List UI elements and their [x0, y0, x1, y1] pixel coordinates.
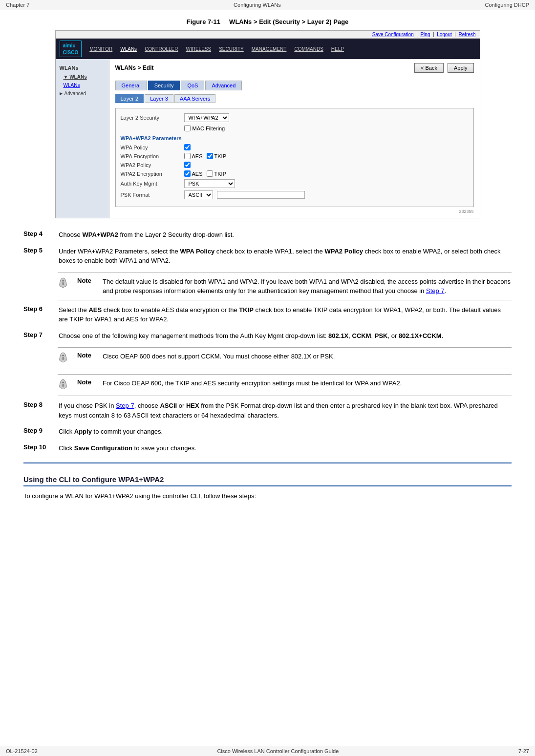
inner-tab-aaa[interactable]: AAA Servers — [174, 94, 215, 103]
tab-advanced[interactable]: Advanced — [205, 81, 242, 90]
svg-point-0 — [63, 280, 64, 281]
step-9-content: Click Apply to commit your changes. — [59, 427, 512, 437]
wpa-policy-row: WPA Policy — [121, 144, 469, 150]
note-1-content: The default value is disabled for both W… — [103, 277, 512, 296]
auth-key-mgmt-row: Auth Key Mgmt PSK 802.1X CCKM 802.1X+CCK… — [121, 179, 469, 188]
step-4-label: Step 4 — [23, 230, 53, 240]
step-7: Step 7 Choose one of the following key m… — [23, 331, 512, 341]
step-4-content: Choose WPA+WPA2 from the Layer 2 Securit… — [59, 230, 512, 240]
footer-center: Cisco Wireless LAN Controller Configurat… — [217, 748, 339, 754]
nav-management[interactable]: MANAGEMENT — [252, 46, 287, 52]
refresh-link[interactable]: Refresh — [458, 32, 475, 37]
step7-link-2[interactable]: Step 7 — [116, 402, 134, 409]
note-2-icon — [58, 352, 71, 365]
tab-security[interactable]: Security — [148, 81, 180, 90]
note-1-label: Note — [77, 277, 97, 296]
tab-qos[interactable]: QoS — [181, 81, 204, 90]
nav-security[interactable]: SECURITY — [219, 46, 244, 52]
svg-rect-5 — [63, 384, 64, 387]
wpa-enc-tkip-item: TKIP — [207, 153, 226, 159]
screenshot-container: Save Configuration | Ping | Logout | Ref… — [23, 30, 512, 218]
step-7-label: Step 7 — [23, 331, 53, 341]
wpa-encryption-row: WPA Encryption AES TKIP — [121, 153, 469, 159]
nav-wireless[interactable]: WIRELESS — [186, 46, 211, 52]
wpa-section-title: WPA+WPA2 Parameters — [121, 135, 469, 141]
auth-key-mgmt-controls: PSK 802.1X CCKM 802.1X+CCKM — [184, 179, 235, 188]
back-button[interactable]: < Back — [414, 63, 444, 73]
tab-general[interactable]: General — [115, 81, 147, 90]
svg-rect-3 — [63, 357, 64, 360]
step-7-content: Choose one of the following key manageme… — [59, 331, 512, 341]
step-6-content: Select the AES check box to enable AES d… — [59, 305, 512, 324]
wlan-action-buttons: < Back Apply — [414, 63, 473, 73]
note-2-content: Cisco OEAP 600 does not support CCKM. Yo… — [103, 352, 512, 365]
wpa2-policy-row: WPA2 Policy — [121, 162, 469, 168]
wpa2-enc-aes-checkbox[interactable] — [184, 170, 191, 177]
layer2-security-row: Layer 2 Security WPA+WPA2 — [121, 113, 469, 122]
mac-filtering-label: MAC Filtering — [193, 126, 225, 131]
cisco-nav: almluCISCO MONITOR WLANs CONTROLLER WIRE… — [56, 39, 480, 59]
step-9-label: Step 9 — [23, 427, 53, 437]
inner-tab-layer3[interactable]: Layer 3 — [145, 94, 173, 103]
apply-button[interactable]: Apply — [448, 63, 474, 73]
wpa2-enc-tkip-item: TKIP — [207, 170, 226, 177]
nav-commands[interactable]: COMMANDS — [294, 46, 323, 52]
wpa-enc-tkip-checkbox[interactable] — [207, 153, 213, 159]
psk-format-row: PSK Format ASCII HEX — [121, 190, 469, 199]
logout-link[interactable]: Logout — [437, 32, 452, 37]
wpa2-encryption-controls: AES TKIP — [184, 170, 226, 177]
nav-wlans[interactable]: WLANs — [120, 46, 137, 52]
wlan-content-area: WLANs ▼ WLANs WLANs Advanced WLANs > Edi… — [56, 59, 480, 218]
nav-help[interactable]: HELP — [331, 46, 344, 52]
save-config-link[interactable]: Save Configuration — [372, 32, 414, 37]
image-number: 232355 — [115, 209, 474, 214]
step-8: Step 8 If you chose PSK in Step 7, choos… — [23, 401, 512, 420]
step-6-label: Step 6 — [23, 305, 53, 324]
wpa-policy-checkbox[interactable] — [184, 144, 191, 150]
mac-filtering-row: MAC Filtering — [121, 125, 469, 131]
wpa2-policy-checkbox-item — [184, 162, 191, 168]
ping-link[interactable]: Ping — [420, 32, 430, 37]
wpa-policy-label: WPA Policy — [121, 145, 184, 150]
footer-right: 7-27 — [518, 748, 529, 754]
svg-rect-1 — [63, 282, 64, 285]
svg-point-4 — [63, 382, 64, 383]
sidebar-item-wlans[interactable]: WLANs — [56, 81, 109, 89]
step7-link-1[interactable]: Step 7 — [426, 287, 445, 294]
step-8-label: Step 8 — [23, 401, 53, 420]
step-5-label: Step 5 — [23, 247, 53, 266]
step-5: Step 5 Under WPA+WPA2 Parameters, select… — [23, 247, 512, 266]
note-3-label: Note — [77, 378, 97, 392]
psk-text-input[interactable] — [217, 191, 305, 199]
inner-tab-layer2[interactable]: Layer 2 — [115, 94, 144, 103]
save-bar: Save Configuration | Ping | Logout | Ref… — [56, 31, 480, 39]
auth-key-mgmt-select[interactable]: PSK 802.1X CCKM 802.1X+CCKM — [184, 179, 235, 188]
wpa2-enc-aes-label: AES — [192, 171, 203, 177]
tab-bar: General Security QoS Advanced — [115, 81, 474, 90]
psk-format-select[interactable]: ASCII HEX — [184, 190, 213, 199]
note-1-icon — [58, 277, 71, 296]
psk-format-label: PSK Format — [121, 192, 184, 198]
sidebar-title: WLANs — [56, 63, 109, 73]
figure-number: Figure 7-11 — [187, 18, 220, 25]
wpa2-encryption-row: WPA2 Encryption AES TKIP — [121, 170, 469, 177]
mac-filtering-checkbox[interactable] — [184, 125, 191, 131]
nav-monitor[interactable]: MONITOR — [89, 46, 112, 52]
wpa-enc-aes-checkbox[interactable] — [184, 153, 191, 159]
wpa2-enc-tkip-checkbox[interactable] — [207, 170, 213, 177]
wpa2-encryption-label: WPA2 Encryption — [121, 171, 184, 177]
note-2: Note Cisco OEAP 600 does not support CCK… — [58, 347, 512, 369]
main-content: Figure 7-11 WLANs > Edit (Security > Lay… — [0, 10, 535, 537]
step-5-content: Under WPA+WPA2 Parameters, select the WP… — [59, 247, 512, 266]
cli-section-intro: To configure a WLAN for WPA1+WPA2 using … — [23, 491, 512, 501]
note-3-content: For Cisco OEAP 600, the TKIP and AES sec… — [103, 378, 512, 392]
layer2-security-select[interactable]: WPA+WPA2 — [184, 113, 229, 122]
page-header: Chapter 7 Configuring WLANs Configuring … — [0, 0, 535, 10]
sidebar-item-wlan-arrow[interactable]: ▼ WLANs — [56, 73, 109, 81]
nav-controller[interactable]: CONTROLLER — [145, 46, 178, 52]
wpa2-policy-checkbox[interactable] — [184, 162, 191, 168]
cli-section-heading: Using the CLI to Configure WPA1+WPA2 — [23, 475, 512, 486]
svg-point-2 — [63, 355, 64, 357]
sidebar-item-advanced[interactable]: Advanced — [56, 89, 109, 98]
screenshot-box: Save Configuration | Ping | Logout | Ref… — [55, 30, 480, 218]
